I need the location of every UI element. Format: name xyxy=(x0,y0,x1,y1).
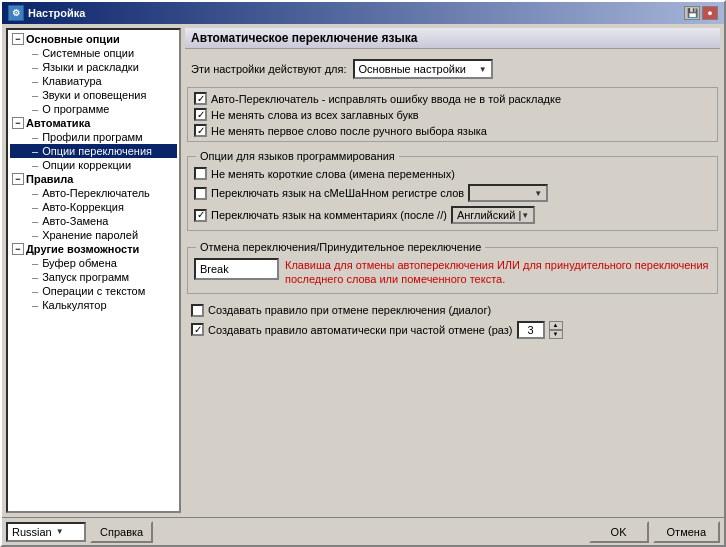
programming-group: Опции для языков программирования Не мен… xyxy=(187,156,718,231)
bottom-checkboxes: Создавать правило при отмене переключени… xyxy=(187,302,718,341)
checkbox-no-first[interactable] xyxy=(194,124,207,137)
spinner-buttons: ▲ ▼ xyxy=(549,321,563,339)
checkbox-mixed-case[interactable] xyxy=(194,187,207,200)
tree-panel: − Основные опции Системные опции Языки и… xyxy=(6,28,181,513)
break-content: Клавиша для отмены автопереключения ИЛИ … xyxy=(188,248,717,293)
sidebar-item-switching[interactable]: Опции переключения xyxy=(10,144,177,158)
language-value: Russian xyxy=(12,526,52,538)
comments-dropdown[interactable]: Английский | ▼ xyxy=(451,206,535,224)
tree-group-rules-label[interactable]: − Правила xyxy=(10,172,177,186)
checkbox-autoswitcher-fix-row: Авто-Переключатель - исправлять ошибку в… xyxy=(194,92,711,105)
close-title-button[interactable]: ● xyxy=(702,6,718,20)
tree-group-basic[interactable]: − Основные опции Системные опции Языки и… xyxy=(10,32,177,116)
tree-group-rules[interactable]: − Правила Авто-Переключатель Авто-Коррек… xyxy=(10,172,177,242)
checkbox-no-short-row: Не менять короткие слова (имена переменн… xyxy=(194,167,711,180)
checkbox-no-short-label: Не менять короткие слова (имена переменн… xyxy=(211,168,455,180)
sidebar-item-correction[interactable]: Опции коррекции xyxy=(10,158,177,172)
right-content: Эти настройки действуют для: Основные на… xyxy=(185,53,720,513)
top-checkbox-group: Авто-Переключатель - исправлять ошибку в… xyxy=(187,87,718,142)
tree-expander-rules[interactable]: − xyxy=(12,173,24,185)
title-buttons: 💾 ● xyxy=(684,6,718,20)
tree-expander-extras[interactable]: − xyxy=(12,243,24,255)
app-icon: ⚙ xyxy=(8,5,24,21)
window-title: Настройка xyxy=(28,7,85,19)
checkbox-no-short[interactable] xyxy=(194,167,207,180)
checkbox-create-rule-dialog-label: Создавать правило при отмене переключени… xyxy=(208,304,491,316)
language-dropdown[interactable]: Russian ▼ xyxy=(6,522,86,542)
spinner-up-button[interactable]: ▲ xyxy=(549,321,563,330)
checkbox-no-caps-row: Не менять слова из всех заглавных букв xyxy=(194,108,711,121)
title-bar-left: ⚙ Настройка xyxy=(8,5,85,21)
checkbox-mixed-case-row: Переключать язык на сМеШаНном регистре с… xyxy=(194,184,711,202)
settings-for-row: Эти настройки действуют для: Основные на… xyxy=(187,57,718,81)
checkbox-create-rule-dialog[interactable] xyxy=(191,304,204,317)
comments-dropdown-value: Английский | xyxy=(457,209,521,221)
break-section-legend: Отмена переключения/Принудительное перек… xyxy=(196,241,485,253)
title-bar: ⚙ Настройка 💾 ● xyxy=(2,2,724,24)
tree-expander-basic[interactable]: − xyxy=(12,33,24,45)
checkbox-comments[interactable] xyxy=(194,209,207,222)
sidebar-item-about[interactable]: О программе xyxy=(10,102,177,116)
sidebar-item-keyboard[interactable]: Клавиатура xyxy=(10,74,177,88)
mixed-case-dropdown-arrow-icon: ▼ xyxy=(534,189,542,198)
save-title-button[interactable]: 💾 xyxy=(684,6,700,20)
sidebar-item-passwords[interactable]: Хранение паролей xyxy=(10,228,177,242)
checkbox-autoswitcher-fix[interactable] xyxy=(194,92,207,105)
sidebar-item-launcher[interactable]: Запуск программ xyxy=(10,270,177,284)
sidebar-item-system[interactable]: Системные опции xyxy=(10,46,177,60)
section-header: Автоматическое переключение языка xyxy=(185,28,720,49)
main-window: ⚙ Настройка 💾 ● − Основные опции Системн… xyxy=(0,0,726,547)
tree-group-extras-label[interactable]: − Другие возможности xyxy=(10,242,177,256)
tree-group-extras[interactable]: − Другие возможности Буфер обмена Запуск… xyxy=(10,242,177,312)
tree-group-automation[interactable]: − Автоматика Профили программ Опции пере… xyxy=(10,116,177,172)
checkbox-create-rule-auto-label: Создавать правило автоматически при част… xyxy=(208,324,513,336)
checkbox-comments-row: Переключать язык на комментариях (после … xyxy=(194,206,711,224)
sidebar-item-autocorrect[interactable]: Авто-Коррекция xyxy=(10,200,177,214)
checkbox-no-first-row: Не менять первое слово после ручного выб… xyxy=(194,124,711,137)
sidebar-item-sounds[interactable]: Звуки и оповещения xyxy=(10,88,177,102)
help-button[interactable]: Справка xyxy=(90,521,153,543)
right-panel: Автоматическое переключение языка Эти на… xyxy=(185,28,720,513)
tree-group-basic-label[interactable]: − Основные опции xyxy=(10,32,177,46)
checkbox-comments-label: Переключать язык на комментариях (после … xyxy=(211,209,447,221)
sidebar-item-languages[interactable]: Языки и раскладки xyxy=(10,60,177,74)
checkbox-no-caps[interactable] xyxy=(194,108,207,121)
sidebar-item-clipboard[interactable]: Буфер обмена xyxy=(10,256,177,270)
checkbox-mixed-case-label: Переключать язык на сМеШаНном регистре с… xyxy=(211,187,464,199)
checkbox-create-rule-auto-row: Создавать правило автоматически при част… xyxy=(191,321,714,339)
checkbox-no-caps-label: Не менять слова из всех заглавных букв xyxy=(211,109,419,121)
checkbox-no-first-label: Не менять первое слово после ручного выб… xyxy=(211,125,487,137)
sidebar-item-autoreplace[interactable]: Авто-Замена xyxy=(10,214,177,228)
checkbox-autoswitcher-fix-label: Авто-Переключатель - исправлять ошибку в… xyxy=(211,93,561,105)
spinner-down-button[interactable]: ▼ xyxy=(549,330,563,339)
sidebar-item-textops[interactable]: Операции с текстом xyxy=(10,284,177,298)
settings-for-label: Эти настройки действуют для: xyxy=(191,63,347,75)
break-description: Клавиша для отмены автопереключения ИЛИ … xyxy=(285,258,711,287)
cancel-button[interactable]: Отмена xyxy=(653,521,720,543)
break-input[interactable] xyxy=(194,258,279,280)
sidebar-item-autoswitcher[interactable]: Авто-Переключатель xyxy=(10,186,177,200)
section-title: Автоматическое переключение языка xyxy=(191,31,417,45)
checkbox-create-rule-auto[interactable] xyxy=(191,323,204,336)
language-dropdown-arrow-icon: ▼ xyxy=(56,527,64,536)
dropdown-arrow-icon: ▼ xyxy=(479,65,487,74)
status-bar: Russian ▼ Справка OK Отмена xyxy=(2,517,724,545)
spinner-value: 3 xyxy=(517,321,545,339)
comments-dropdown-arrow-icon: ▼ xyxy=(521,211,529,220)
programming-group-legend: Опции для языков программирования xyxy=(196,150,399,162)
ok-button[interactable]: OK xyxy=(589,521,649,543)
tree-expander-automation[interactable]: − xyxy=(12,117,24,129)
mixed-case-dropdown[interactable]: ▼ xyxy=(468,184,548,202)
settings-for-dropdown[interactable]: Основные настройки ▼ xyxy=(353,59,493,79)
settings-for-value: Основные настройки xyxy=(359,63,466,75)
break-section: Отмена переключения/Принудительное перек… xyxy=(187,247,718,294)
tree-group-automation-label[interactable]: − Автоматика xyxy=(10,116,177,130)
programming-group-content: Не менять короткие слова (имена переменн… xyxy=(188,157,717,230)
content-area: − Основные опции Системные опции Языки и… xyxy=(2,24,724,517)
sidebar-item-profiles[interactable]: Профили программ xyxy=(10,130,177,144)
sidebar-item-calc[interactable]: Калькулятор xyxy=(10,298,177,312)
checkbox-create-rule-dialog-row: Создавать правило при отмене переключени… xyxy=(191,304,714,317)
